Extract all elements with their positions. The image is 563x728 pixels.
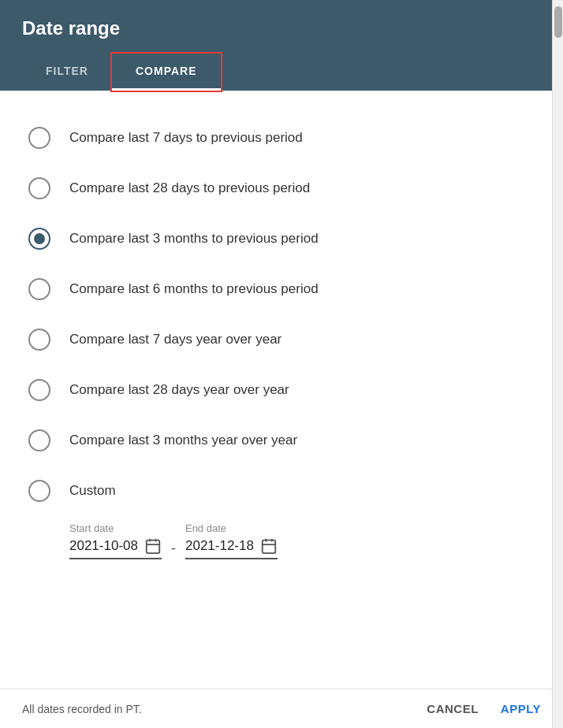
radio-option-3[interactable]: Compare last 3 months to previous period (28, 214, 524, 264)
radio-circle-8[interactable] (28, 480, 50, 502)
custom-date-fields: Start date 2021-10-08 - End date (69, 522, 524, 559)
footer-note: All dates recorded in PT. (22, 703, 142, 715)
tabs-container: FILTER COMPARE (22, 54, 541, 91)
start-date-label: Start date (69, 522, 162, 534)
radio-option-6[interactable]: Compare last 28 days year over year (28, 365, 524, 415)
start-date-value: 2021-10-08 (69, 538, 138, 554)
radio-circle-1[interactable] (28, 127, 50, 149)
radio-circle-3[interactable] (28, 228, 50, 250)
end-date-group: End date 2021-12-18 (185, 522, 278, 559)
tab-filter[interactable]: FILTER (22, 54, 112, 91)
radio-option-5[interactable]: Compare last 7 days year over year (28, 314, 524, 365)
radio-circle-7[interactable] (28, 429, 50, 451)
svg-rect-4 (263, 540, 276, 554)
radio-circle-6[interactable] (28, 379, 50, 401)
end-date-input-row[interactable]: 2021-12-18 (185, 537, 278, 559)
radio-label-8: Custom (69, 483, 116, 499)
radio-option-4[interactable]: Compare last 6 months to previous period (28, 264, 524, 314)
dialog-body: Compare last 7 days to previous period C… (0, 91, 563, 689)
dialog-title: Date range (22, 17, 541, 39)
radio-option-7[interactable]: Compare last 3 months year over year (28, 415, 524, 466)
date-range-dialog: Date range FILTER COMPARE Compare last 7… (0, 0, 563, 728)
start-date-group: Start date 2021-10-08 (69, 522, 162, 559)
footer-buttons: CANCEL APPLY (427, 702, 541, 715)
radio-label-5: Compare last 7 days year over year (69, 332, 282, 347)
radio-option-8[interactable]: Custom (28, 466, 524, 516)
radio-circle-4[interactable] (28, 278, 50, 300)
scrollbar-thumb[interactable] (554, 6, 562, 38)
apply-button[interactable]: APPLY (501, 702, 541, 715)
radio-label-7: Compare last 3 months year over year (69, 433, 297, 448)
radio-label-1: Compare last 7 days to previous period (69, 130, 303, 146)
tab-compare[interactable]: COMPARE (112, 54, 221, 91)
end-date-label: End date (185, 522, 278, 534)
radio-label-4: Compare last 6 months to previous period (69, 281, 319, 297)
radio-option-1[interactable]: Compare last 7 days to previous period (28, 113, 524, 163)
start-date-calendar-icon[interactable] (144, 537, 162, 555)
date-separator: - (171, 540, 176, 557)
radio-circle-2[interactable] (28, 177, 50, 199)
dialog-header: Date range FILTER COMPARE (0, 0, 563, 91)
custom-date-section: Start date 2021-10-08 - End date (28, 522, 524, 559)
radio-label-3: Compare last 3 months to previous period (69, 231, 319, 247)
scrollbar-track[interactable] (552, 0, 563, 728)
radio-circle-5[interactable] (28, 329, 50, 351)
end-date-value: 2021-12-18 (185, 538, 254, 554)
cancel-button[interactable]: CANCEL (427, 702, 479, 715)
svg-rect-0 (147, 540, 160, 554)
radio-option-2[interactable]: Compare last 28 days to previous period (28, 163, 524, 214)
radio-label-2: Compare last 28 days to previous period (69, 180, 310, 196)
radio-label-6: Compare last 28 days year over year (69, 382, 289, 398)
end-date-calendar-icon[interactable] (260, 537, 278, 555)
start-date-input-row[interactable]: 2021-10-08 (69, 537, 162, 559)
dialog-footer: All dates recorded in PT. CANCEL APPLY (0, 689, 563, 728)
